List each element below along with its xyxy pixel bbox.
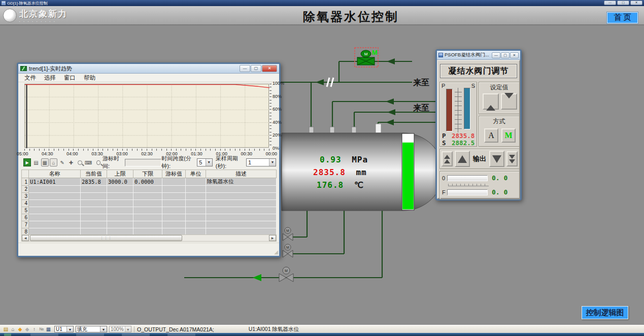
table-cell[interactable] <box>206 207 277 214</box>
table-cell[interactable] <box>107 221 133 228</box>
table-cell[interactable] <box>107 207 133 214</box>
table-cell[interactable] <box>186 186 206 193</box>
panel-maximize-icon[interactable]: ▢ <box>501 52 510 58</box>
pan-icon[interactable]: ✚ <box>67 158 75 166</box>
col-name[interactable]: 名称 <box>29 170 81 178</box>
col-cursor[interactable]: 游标值 <box>162 170 186 178</box>
unit-select[interactable]: U1▼ <box>54 326 74 332</box>
grid-view-icon[interactable]: ▦ <box>41 158 49 166</box>
table-cell[interactable] <box>107 200 133 207</box>
output-up-button[interactable] <box>455 151 470 167</box>
setpoint-down-button[interactable] <box>501 93 517 110</box>
table-cell[interactable]: 0.0000 <box>133 178 162 186</box>
drain-valve-1[interactable]: M <box>283 227 293 241</box>
col-unit[interactable]: 单位 <box>186 170 206 178</box>
timespan-select[interactable]: 5▼ <box>197 158 213 166</box>
save-icon[interactable]: ▦ <box>45 326 52 332</box>
valve-panel-titlebar[interactable]: PSOFB凝结水阀门... — ▢ ✕ <box>437 51 520 60</box>
edit-icon[interactable]: ✎ <box>58 158 66 166</box>
table-cell[interactable] <box>107 186 133 193</box>
table-cell[interactable] <box>162 200 186 207</box>
table-cell[interactable] <box>186 193 206 200</box>
output-down-button[interactable] <box>489 151 504 167</box>
scrollbar-thumb[interactable]: ⋮⋮⋮ <box>30 235 182 241</box>
print-icon[interactable]: ▤ <box>32 158 40 166</box>
table-cell[interactable] <box>133 200 162 207</box>
taskbar-button[interactable] <box>76 333 104 336</box>
table-cell[interactable] <box>186 207 206 214</box>
trend-minimize-icon[interactable]: — <box>240 65 250 72</box>
menu-window[interactable]: 窗口 <box>60 74 80 82</box>
zoom-select[interactable]: 100%▼ <box>109 326 131 332</box>
table-cell[interactable] <box>206 214 277 221</box>
sample-select[interactable]: 1▼ <box>246 158 276 166</box>
minimize-icon[interactable]: — <box>604 1 616 5</box>
table-cell[interactable] <box>186 214 206 221</box>
table-cell[interactable]: U1:AI001 <box>29 178 81 186</box>
scroll-right-icon[interactable]: ▶ <box>269 235 276 241</box>
table-cell[interactable] <box>29 186 81 193</box>
table-cell[interactable] <box>206 193 277 200</box>
taskbar-button[interactable] <box>167 333 195 336</box>
table-cell[interactable] <box>206 186 277 193</box>
home-view-icon[interactable]: ⌂ <box>50 158 57 166</box>
table-cell[interactable] <box>133 186 162 193</box>
drain-valve-3[interactable]: M <box>279 267 293 282</box>
table-row[interactable]: 1U1:AI0012835.83000.00.0000除氧器水位 <box>22 178 277 186</box>
table-cell[interactable] <box>133 193 162 200</box>
menu-help[interactable]: 帮助 <box>80 74 99 82</box>
up-arrow-icon[interactable]: ↑ <box>31 326 38 332</box>
table-row[interactable]: 6 <box>22 214 277 221</box>
table-cell[interactable] <box>81 186 107 193</box>
table-cell[interactable] <box>133 221 162 228</box>
table-cell[interactable]: 3000.0 <box>107 178 133 186</box>
table-cell[interactable] <box>206 221 277 228</box>
table-cell[interactable] <box>162 207 186 214</box>
table-cell[interactable] <box>107 214 133 221</box>
table-cell[interactable] <box>81 221 107 228</box>
col-current[interactable]: 当前值 <box>81 170 107 178</box>
trend-titlebar[interactable]: trend[1]-实时趋势 — ▢ ✕ <box>18 64 279 74</box>
table-row[interactable]: 7 <box>22 221 277 228</box>
panel-close-icon[interactable]: ✕ <box>510 52 519 58</box>
scroll-left-icon[interactable]: ◀ <box>22 235 29 241</box>
drain-valve-2[interactable]: M <box>283 244 293 257</box>
home-button[interactable]: 首 页 <box>607 12 638 23</box>
table-cell[interactable] <box>29 200 81 207</box>
control-logic-button[interactable]: 控制逻辑图 <box>582 306 628 319</box>
table-cell[interactable] <box>107 193 133 200</box>
table-cell[interactable] <box>29 193 81 200</box>
keyboard-icon[interactable]: ⌨ <box>85 158 92 166</box>
table-cell[interactable] <box>162 178 186 186</box>
col-lower[interactable]: 下限 <box>133 170 162 178</box>
open-icon[interactable]: ▤ <box>3 326 9 332</box>
panel-minimize-icon[interactable]: — <box>492 52 500 58</box>
col-desc[interactable]: 描述 <box>206 170 277 178</box>
table-cell[interactable] <box>186 178 206 186</box>
table-cell[interactable] <box>81 193 107 200</box>
maximize-icon[interactable]: ▢ <box>617 1 629 5</box>
export-icon[interactable]: ▶ <box>23 158 31 166</box>
fill-select[interactable]: 填充▼ <box>76 326 107 332</box>
table-row[interactable]: 5 <box>22 207 277 214</box>
table-cell[interactable]: 2835.8 <box>81 178 107 186</box>
mode-auto-button[interactable]: A <box>484 128 498 143</box>
output-fast-up-button[interactable] <box>442 151 453 166</box>
zoom-icon[interactable] <box>76 158 84 166</box>
taskbar-button[interactable] <box>122 333 150 336</box>
taskbar-button[interactable] <box>30 333 58 336</box>
table-cell[interactable] <box>29 207 81 214</box>
close-icon[interactable]: ✕ <box>630 1 642 5</box>
trend-close-icon[interactable]: ✕ <box>262 65 277 72</box>
table-cell[interactable] <box>133 207 162 214</box>
menu-file[interactable]: 文件 <box>20 74 40 82</box>
windows-taskbar[interactable] <box>0 333 644 336</box>
table-cell[interactable] <box>81 200 107 207</box>
table-cell[interactable] <box>29 214 81 221</box>
table-cell[interactable]: 除氧器水位 <box>206 178 277 186</box>
top-motor-valve[interactable]: M M <box>355 48 378 67</box>
table-cell[interactable] <box>162 193 186 200</box>
table-cell[interactable] <box>162 214 186 221</box>
menu-select[interactable]: 选择 <box>40 74 60 82</box>
table-cell[interactable] <box>162 186 186 193</box>
